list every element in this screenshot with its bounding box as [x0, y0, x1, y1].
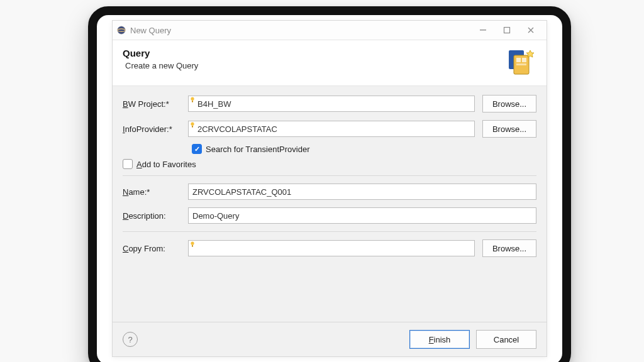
tablet-frame: New Query Query Create a new Query [88, 6, 571, 362]
row-name: Name: [123, 184, 536, 200]
name-input[interactable] [188, 184, 536, 200]
row-info-provider: InfoProvider: Browse... [123, 120, 536, 138]
description-input[interactable] [188, 207, 536, 224]
copy-from-label: Copy From: [123, 244, 188, 253]
name-label: Name: [123, 187, 188, 197]
window-title: New Query [130, 26, 171, 35]
bw-project-label: BW Project: [123, 99, 188, 109]
copy-from-browse-button[interactable]: Browse... [482, 239, 536, 257]
svg-rect-9 [516, 63, 526, 65]
info-provider-label: InfoProvider: [123, 124, 188, 134]
row-description: Description: [123, 207, 536, 224]
copy-from-input[interactable] [188, 240, 475, 256]
row-copy-from: Copy From: Browse... [123, 239, 536, 257]
info-provider-input[interactable] [188, 121, 475, 137]
maximize-button[interactable] [495, 22, 519, 38]
eclipse-icon [116, 25, 126, 35]
bw-project-input[interactable] [188, 96, 475, 112]
query-wizard-icon [505, 47, 536, 78]
search-transient-checkbox[interactable]: ✓ [192, 144, 202, 154]
dialog-footer: ? Finish Cancel [113, 322, 547, 356]
dialog-title: Query [123, 48, 505, 58]
new-query-dialog: New Query Query Create a new Query [112, 20, 547, 357]
search-transient-label: Search for TransientProvider [206, 145, 309, 154]
svg-rect-8 [522, 58, 526, 62]
minimize-button[interactable] [471, 22, 495, 38]
dialog-subtitle: Create a new Query [125, 61, 505, 70]
separator [123, 231, 536, 232]
bw-project-browse-button[interactable]: Browse... [482, 95, 536, 112]
separator [123, 175, 536, 176]
svg-rect-3 [480, 30, 486, 30]
add-favorites-checkbox[interactable]: ✓ [123, 159, 133, 169]
info-provider-browse-button[interactable]: Browse... [482, 120, 536, 138]
cancel-button[interactable]: Cancel [476, 330, 536, 349]
row-search-transient: ✓ Search for TransientProvider [123, 144, 536, 154]
finish-button[interactable]: Finish [409, 330, 470, 349]
close-button[interactable] [519, 22, 543, 38]
row-bw-project: BW Project: Browse... [123, 95, 536, 112]
help-button[interactable]: ? [123, 332, 138, 347]
description-label: Description: [123, 211, 188, 221]
row-add-favorites: ✓ Add to Favorites [123, 159, 536, 169]
window-titlebar: New Query [113, 21, 547, 40]
dialog-body: BW Project: Browse... InfoProvider: [113, 86, 547, 322]
add-favorites-label: Add to Favorites [136, 160, 196, 169]
dialog-header: Query Create a new Query [113, 40, 547, 86]
svg-rect-4 [504, 28, 510, 33]
svg-rect-7 [516, 58, 521, 62]
